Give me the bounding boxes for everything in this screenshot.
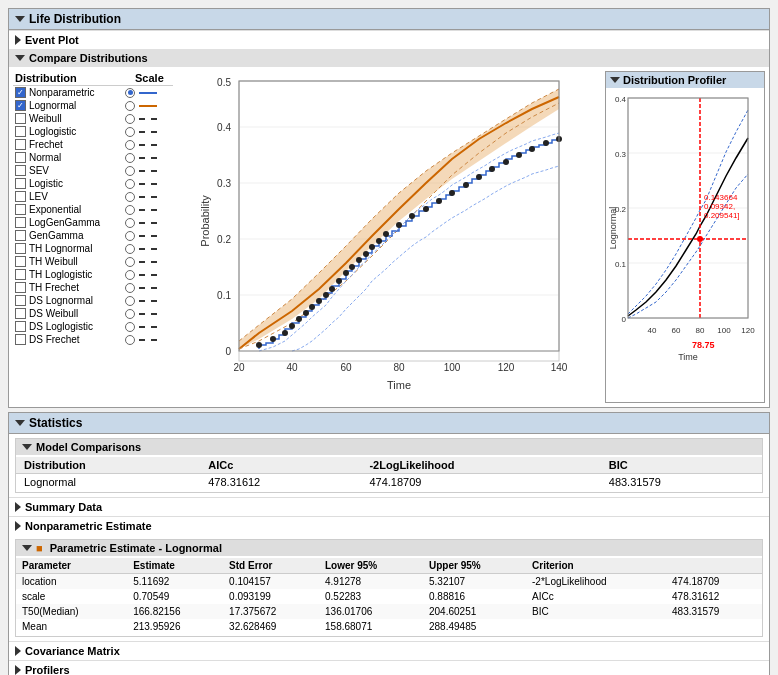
th-lognormal-checkbox[interactable]: [15, 243, 26, 254]
ds-lognormal-checkbox[interactable]: [15, 295, 26, 306]
dist-cell: Lognormal: [16, 474, 200, 491]
logistic-radio[interactable]: [125, 179, 135, 189]
ds-weibull-checkbox[interactable]: [15, 308, 26, 319]
svg-point-26: [289, 323, 295, 329]
profilers-section[interactable]: Profilers: [9, 660, 769, 675]
ds-frechet-radio[interactable]: [125, 335, 135, 345]
svg-text:80: 80: [393, 362, 405, 373]
ds-weibull-radio[interactable]: [125, 309, 135, 319]
gengamma-checkbox[interactable]: [15, 230, 26, 241]
loglik-cell: 474.18709: [361, 474, 600, 491]
parametric-label: Parametric Estimate - Lognormal: [50, 542, 222, 554]
th-frechet-radio[interactable]: [125, 283, 135, 293]
ds-loglogistic-checkbox[interactable]: [15, 321, 26, 332]
svg-text:40: 40: [648, 326, 657, 335]
collapse-icon: [15, 16, 25, 22]
list-item: DS Frechet: [13, 333, 173, 346]
compare-distributions-label: Compare Distributions: [29, 52, 148, 64]
svg-point-48: [489, 166, 495, 172]
ds-weibull-label: DS Weibull: [29, 308, 78, 319]
life-distribution-title: Life Distribution: [29, 12, 121, 26]
model-comparisons-header[interactable]: Model Comparisons: [16, 439, 762, 455]
life-distribution-panel: Life Distribution Event Plot Compare Dis…: [8, 8, 770, 408]
profiler-header[interactable]: Distribution Profiler: [606, 72, 764, 88]
frechet-radio[interactable]: [125, 140, 135, 150]
stderror-cell: 0.104157: [223, 574, 319, 590]
lognormal-radio[interactable]: [125, 101, 135, 111]
frechet-checkbox[interactable]: [15, 139, 26, 150]
covariance-label: Covariance Matrix: [25, 645, 120, 657]
th-lognormal-radio[interactable]: [125, 244, 135, 254]
lev-radio[interactable]: [125, 192, 135, 202]
critval-cell: 478.31612: [666, 589, 762, 604]
dist-col-header: Distribution: [15, 72, 135, 84]
profiler-chart[interactable]: Lognormal 0 0.1 0.2 0.3 0.4 40 60: [606, 88, 761, 368]
exponential-label: Exponential: [29, 204, 81, 215]
nonparametric-checkbox[interactable]: [15, 87, 26, 98]
life-distribution-header[interactable]: Life Distribution: [9, 9, 769, 30]
normal-checkbox[interactable]: [15, 152, 26, 163]
svg-text:0.3: 0.3: [217, 178, 231, 189]
ds-lognormal-radio[interactable]: [125, 296, 135, 306]
exponential-radio[interactable]: [125, 205, 135, 215]
svg-text:Time: Time: [678, 352, 698, 362]
th-weibull-checkbox[interactable]: [15, 256, 26, 267]
estimate-col: Estimate: [127, 558, 223, 574]
weibull-checkbox[interactable]: [15, 113, 26, 124]
list-item: TH Weibull: [13, 255, 173, 268]
svg-text:20: 20: [233, 362, 245, 373]
list-item: TH Frechet: [13, 281, 173, 294]
th-loglogistic-checkbox[interactable]: [15, 269, 26, 280]
lev-checkbox[interactable]: [15, 191, 26, 202]
svg-point-45: [449, 190, 455, 196]
logistic-checkbox[interactable]: [15, 178, 26, 189]
aicc-cell: 478.31612: [200, 474, 361, 491]
list-item: Exponential: [13, 203, 173, 216]
compare-distributions-header[interactable]: Compare Distributions: [9, 49, 769, 67]
th-loglogistic-radio[interactable]: [125, 270, 135, 280]
ds-lognormal-label: DS Lognormal: [29, 295, 93, 306]
svg-text:40: 40: [286, 362, 298, 373]
table-row: location 5.11692 0.104157 4.91278 5.3210…: [16, 574, 762, 590]
profilers-expand-icon: [15, 665, 21, 675]
main-chart[interactable]: 0 0.1 0.2 0.3 0.4 0.5: [177, 71, 601, 403]
weibull-radio[interactable]: [125, 114, 135, 124]
lognormal-checkbox[interactable]: [15, 100, 26, 111]
nonparametric-section[interactable]: Nonparametric Estimate: [9, 516, 769, 535]
loggengamma-checkbox[interactable]: [15, 217, 26, 228]
parametric-header[interactable]: ■ Parametric Estimate - Lognormal: [16, 540, 762, 556]
list-item: Loglogistic: [13, 125, 173, 138]
sev-checkbox[interactable]: [15, 165, 26, 176]
svg-point-31: [323, 292, 329, 298]
dist-list-header: Distribution Scale: [13, 71, 173, 86]
svg-text:0.3: 0.3: [615, 150, 627, 159]
ds-frechet-line: [139, 339, 157, 341]
normal-label: Normal: [29, 152, 61, 163]
summary-data-section[interactable]: Summary Data: [9, 497, 769, 516]
th-frechet-checkbox[interactable]: [15, 282, 26, 293]
ds-frechet-checkbox[interactable]: [15, 334, 26, 345]
gengamma-label: GenGamma: [29, 230, 83, 241]
loglogistic-radio[interactable]: [125, 127, 135, 137]
svg-text:78.75: 78.75: [692, 340, 715, 350]
stderror-cell: 32.628469: [223, 619, 319, 634]
svg-text:0.2: 0.2: [217, 234, 231, 245]
parametric-collapse-icon: [22, 545, 32, 551]
upper-cell: 0.88816: [423, 589, 526, 604]
th-weibull-radio[interactable]: [125, 257, 135, 267]
sev-radio[interactable]: [125, 166, 135, 176]
event-plot-section[interactable]: Event Plot: [9, 30, 769, 49]
exponential-checkbox[interactable]: [15, 204, 26, 215]
distribution-list: Distribution Scale Nonparametric: [13, 71, 173, 403]
loggengamma-radio[interactable]: [125, 218, 135, 228]
svg-point-42: [409, 213, 415, 219]
critval-cell: [666, 619, 762, 634]
loglogistic-checkbox[interactable]: [15, 126, 26, 137]
ds-loglogistic-radio[interactable]: [125, 322, 135, 332]
gengamma-radio[interactable]: [125, 231, 135, 241]
normal-radio[interactable]: [125, 153, 135, 163]
statistics-header[interactable]: Statistics: [9, 413, 769, 434]
loglogistic-label: Loglogistic: [29, 126, 76, 137]
nonparametric-radio[interactable]: [125, 88, 135, 98]
covariance-matrix-section[interactable]: Covariance Matrix: [9, 641, 769, 660]
